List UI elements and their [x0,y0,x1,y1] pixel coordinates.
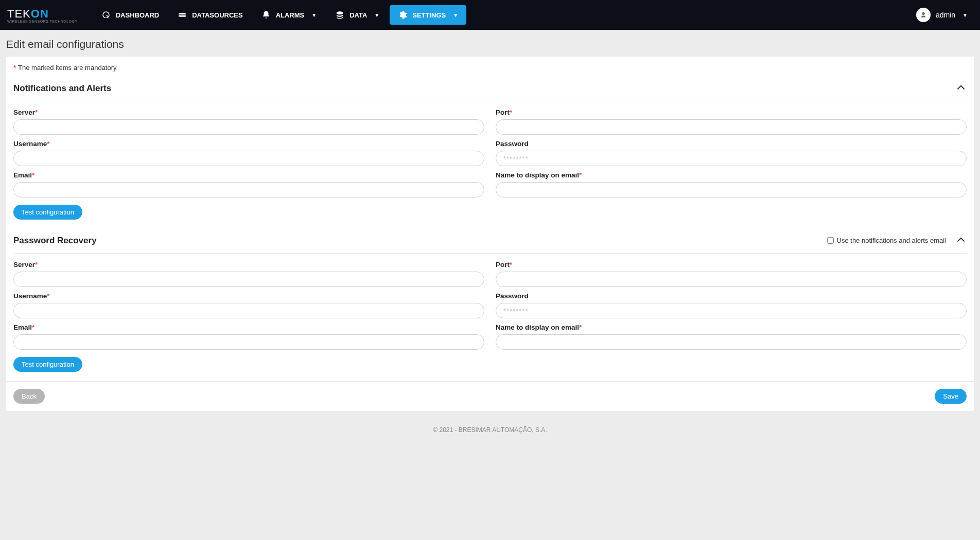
user-menu[interactable]: admin ▼ [911,5,973,25]
nav-alarms-label: ALARMS [276,11,305,19]
email-input-recovery[interactable] [13,334,484,350]
bell-icon [261,10,271,20]
server-input-recovery[interactable] [13,272,484,287]
chevron-down-icon: ▼ [453,12,458,18]
username-input-recovery[interactable] [13,303,484,318]
nav-datasources[interactable]: DATASOURCES [169,5,251,25]
chevron-down-icon: ▼ [311,12,317,18]
collapse-icon[interactable] [955,234,967,247]
page-title: Edit email configurations [0,30,980,57]
nav-datasources-label: DATASOURCES [192,11,242,19]
display-name-label: Name to display on email* [496,323,967,331]
email-input[interactable] [13,182,484,197]
nav-settings-label: SETTINGS [412,11,446,19]
nav-alarms[interactable]: ALARMS ▼ [253,5,325,25]
display-name-label: Name to display on email* [496,171,967,179]
footer-text: © 2021 - BRESIMAR AUTOMAÇÃO, S.A. [0,419,980,443]
port-label: Port* [496,261,967,268]
nav-items: DASHBOARD DATASOURCES ALARMS ▼ DATA ▼ [93,5,467,25]
use-same-email-checkbox-wrap[interactable]: Use the notifications and alerts email [827,237,946,244]
back-button[interactable]: Back [13,389,45,404]
mandatory-note: *The marked items are mandatory [6,57,974,77]
user-name: admin [936,11,955,19]
nav-data[interactable]: DATA ▼ [327,5,388,25]
database-icon [335,10,344,20]
logo-text-b: ON [31,7,49,21]
test-configuration-button-recovery[interactable]: Test configuration [13,357,82,372]
display-name-input[interactable] [496,182,967,197]
display-name-input-recovery[interactable] [496,334,967,350]
port-label: Port* [496,109,967,116]
nav-dashboard[interactable]: DASHBOARD [93,5,168,25]
logo-text-a: TEK [7,7,31,21]
username-label: Username* [13,292,484,300]
password-label: Password [496,292,967,300]
server-label: Server* [13,109,484,116]
asterisk-icon: * [13,64,16,71]
section-notifications: Notifications and Alerts Server* Port* U… [6,77,974,229]
page-actions: Back Save [6,381,974,411]
email-label: Email* [13,171,484,179]
server-input[interactable] [13,119,484,135]
nav-settings[interactable]: SETTINGS ▼ [390,5,466,25]
navbar: TEKON WIRELESS SENSORS TECHNOLOGY DASHBO… [0,0,980,30]
section-notifications-title: Notifications and Alerts [13,83,111,94]
port-input-recovery[interactable] [496,272,967,287]
section-password-recovery: Password Recovery Use the notifications … [6,229,974,381]
username-input[interactable] [13,151,484,166]
datasources-icon [178,10,187,20]
save-button[interactable]: Save [935,389,967,404]
port-input[interactable] [496,119,967,135]
username-label: Username* [13,140,484,148]
nav-dashboard-label: DASHBOARD [116,11,160,19]
use-same-email-checkbox[interactable] [827,237,834,244]
avatar [916,8,931,22]
mandatory-text: The marked items are mandatory [18,64,116,71]
chevron-down-icon: ▼ [962,12,968,18]
email-label: Email* [13,323,484,331]
logo[interactable]: TEKON WIRELESS SENSORS TECHNOLOGY [7,7,78,23]
gear-icon [398,10,407,20]
collapse-icon[interactable] [955,82,967,95]
form-card: *The marked items are mandatory Notifica… [6,57,974,411]
section-password-recovery-title: Password Recovery [13,236,97,246]
password-input[interactable] [496,151,967,166]
server-label: Server* [13,261,484,268]
chevron-down-icon: ▼ [374,12,379,18]
logo-subtext: WIRELESS SENSORS TECHNOLOGY [7,20,78,23]
password-input-recovery[interactable] [496,303,967,318]
dashboard-icon [101,10,111,20]
password-label: Password [496,140,967,148]
test-configuration-button[interactable]: Test configuration [13,205,82,220]
use-same-email-label: Use the notifications and alerts email [837,237,946,244]
nav-data-label: DATA [349,11,367,19]
